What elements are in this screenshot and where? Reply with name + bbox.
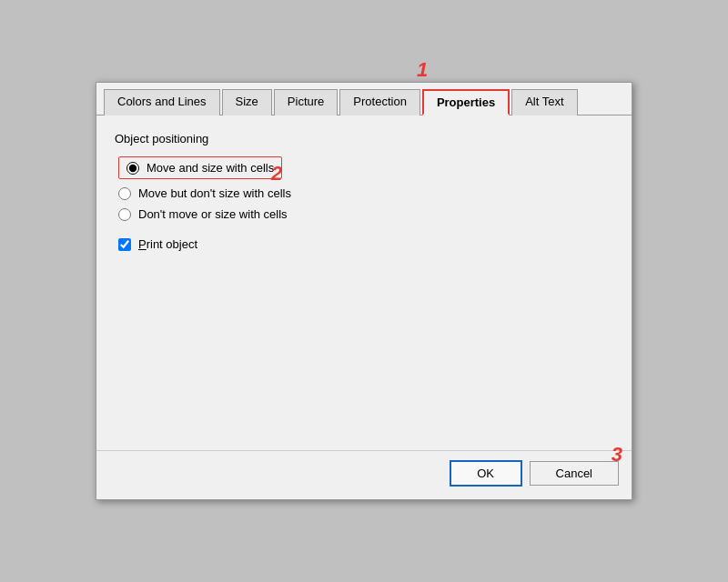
section-object-positioning: Object positioning xyxy=(115,132,613,146)
format-object-dialog: Colors and Lines Size Picture Protection… xyxy=(96,82,632,500)
tab-content-properties: Object positioning 2 Move and size with … xyxy=(96,115,632,450)
radio-move-no-size-input[interactable] xyxy=(118,187,131,200)
radio-move-and-size[interactable]: Move and size with cells xyxy=(118,156,613,179)
radio-move-no-size-label: Move but don't size with cells xyxy=(138,186,291,200)
radio-no-move-no-size-input[interactable] xyxy=(118,208,131,221)
print-object-checkbox-row[interactable]: Print object xyxy=(118,237,613,251)
radio-group-positioning: 2 Move and size with cells Move but don'… xyxy=(118,156,613,221)
tab-picture[interactable]: Picture xyxy=(274,89,338,115)
tab-size[interactable]: Size xyxy=(222,89,272,115)
cancel-button[interactable]: Cancel xyxy=(530,461,619,486)
tab-properties[interactable]: Properties 1 xyxy=(422,89,510,115)
radio-no-move-no-size[interactable]: Don't move or size with cells xyxy=(118,207,613,221)
tab-protection[interactable]: Protection xyxy=(339,89,420,115)
print-object-label: Print object xyxy=(138,237,197,251)
radio-no-move-no-size-label: Don't move or size with cells xyxy=(138,207,288,221)
radio-move-no-size[interactable]: Move but don't size with cells xyxy=(118,186,613,200)
dialog-footer: 3 OK Cancel xyxy=(96,450,632,499)
tab-bar: Colors and Lines Size Picture Protection… xyxy=(96,83,632,115)
radio-move-and-size-input[interactable] xyxy=(126,162,139,175)
print-object-checkbox[interactable] xyxy=(118,238,131,251)
tab-colors-lines[interactable]: Colors and Lines xyxy=(104,89,220,115)
radio-move-and-size-label: Move and size with cells xyxy=(147,161,274,175)
annotation-1: 1 xyxy=(417,58,428,82)
tab-alt-text[interactable]: Alt Text xyxy=(511,89,577,115)
ok-button[interactable]: OK xyxy=(450,460,522,487)
